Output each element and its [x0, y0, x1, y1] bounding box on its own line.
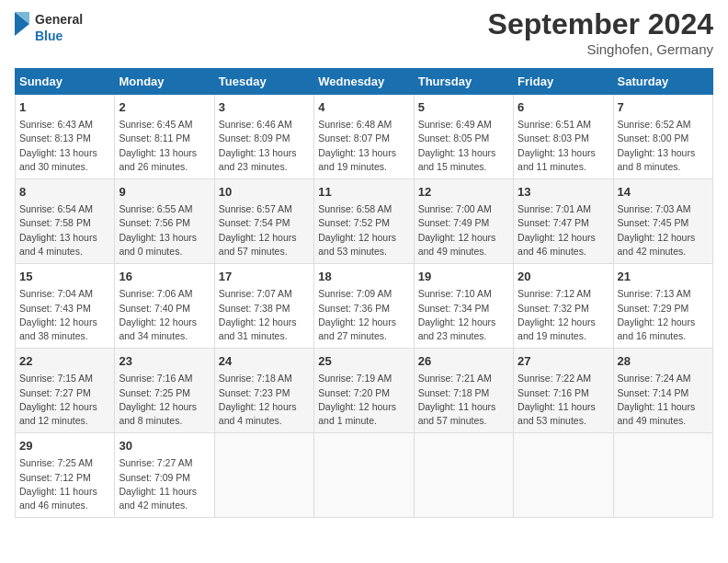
day-number: 30: [119, 438, 210, 454]
calendar-cell: 8Sunrise: 6:54 AM Sunset: 7:58 PM Daylig…: [16, 179, 115, 264]
calendar-cell: 30Sunrise: 7:27 AM Sunset: 7:09 PM Dayli…: [115, 433, 214, 518]
calendar-cell: 1Sunrise: 6:43 AM Sunset: 8:13 PM Daylig…: [16, 95, 115, 179]
header-row: Sunday Monday Tuesday Wednesday Thursday…: [16, 69, 713, 95]
calendar-cell: 24Sunrise: 7:18 AM Sunset: 7:23 PM Dayli…: [214, 349, 313, 433]
calendar-table: Sunday Monday Tuesday Wednesday Thursday…: [15, 68, 713, 518]
day-detail: Sunrise: 7:15 AM Sunset: 7:27 PM Dayligh…: [19, 372, 110, 428]
calendar-cell: 20Sunrise: 7:12 AM Sunset: 7:32 PM Dayli…: [514, 264, 613, 349]
calendar-cell: 11Sunrise: 6:58 AM Sunset: 7:52 PM Dayli…: [314, 179, 414, 264]
calendar-cell: 15Sunrise: 7:04 AM Sunset: 7:43 PM Dayli…: [16, 264, 115, 349]
day-detail: Sunrise: 6:55 AM Sunset: 7:56 PM Dayligh…: [119, 202, 210, 259]
calendar-cell: [414, 433, 513, 518]
day-number: 26: [418, 353, 509, 370]
day-detail: Sunrise: 6:57 AM Sunset: 7:54 PM Dayligh…: [219, 202, 310, 259]
day-number: 29: [19, 438, 110, 454]
day-number: 24: [219, 353, 310, 370]
day-number: 2: [119, 99, 210, 116]
calendar-cell: [314, 433, 414, 518]
col-tuesday: Tuesday: [214, 69, 313, 95]
day-number: 4: [318, 99, 409, 116]
calendar-cell: 18Sunrise: 7:09 AM Sunset: 7:36 PM Dayli…: [314, 264, 414, 349]
day-detail: Sunrise: 7:22 AM Sunset: 7:16 PM Dayligh…: [518, 372, 609, 428]
day-number: 25: [318, 353, 409, 370]
day-detail: Sunrise: 7:06 AM Sunset: 7:40 PM Dayligh…: [119, 287, 210, 343]
calendar-cell: 2Sunrise: 6:45 AM Sunset: 8:11 PM Daylig…: [115, 95, 214, 179]
title-block: September 2024 Singhofen, Germany: [488, 7, 713, 57]
col-thursday: Thursday: [414, 69, 513, 95]
day-number: 7: [618, 99, 709, 116]
day-number: 14: [618, 184, 709, 201]
calendar-cell: 12Sunrise: 7:00 AM Sunset: 7:49 PM Dayli…: [414, 179, 513, 264]
calendar-cell: 13Sunrise: 7:01 AM Sunset: 7:47 PM Dayli…: [514, 179, 613, 264]
day-number: 23: [119, 353, 210, 370]
day-number: 1: [19, 99, 110, 116]
logo-svg: General Blue: [15, 7, 88, 49]
calendar-cell: 19Sunrise: 7:10 AM Sunset: 7:34 PM Dayli…: [414, 264, 513, 349]
day-number: 5: [418, 99, 509, 116]
day-detail: Sunrise: 6:46 AM Sunset: 8:09 PM Dayligh…: [219, 118, 310, 174]
calendar-cell: 14Sunrise: 7:03 AM Sunset: 7:45 PM Dayli…: [613, 179, 712, 264]
col-sunday: Sunday: [16, 69, 115, 95]
day-detail: Sunrise: 7:27 AM Sunset: 7:09 PM Dayligh…: [119, 456, 210, 512]
calendar-cell: 21Sunrise: 7:13 AM Sunset: 7:29 PM Dayli…: [613, 264, 712, 349]
day-number: 9: [119, 184, 210, 201]
calendar-week-row: 8Sunrise: 6:54 AM Sunset: 7:58 PM Daylig…: [16, 179, 713, 264]
day-detail: Sunrise: 7:25 AM Sunset: 7:12 PM Dayligh…: [19, 456, 110, 512]
calendar-cell: 6Sunrise: 6:51 AM Sunset: 8:03 PM Daylig…: [514, 95, 613, 179]
day-number: 13: [518, 184, 609, 201]
day-detail: Sunrise: 6:51 AM Sunset: 8:03 PM Dayligh…: [518, 118, 609, 174]
svg-text:General: General: [35, 12, 83, 27]
day-number: 17: [219, 269, 310, 285]
calendar-cell: [214, 433, 313, 518]
calendar-week-row: 22Sunrise: 7:15 AM Sunset: 7:27 PM Dayli…: [16, 349, 713, 433]
calendar-cell: 17Sunrise: 7:07 AM Sunset: 7:38 PM Dayli…: [214, 264, 313, 349]
day-number: 27: [518, 353, 609, 370]
day-number: 19: [418, 269, 509, 285]
calendar-cell: 4Sunrise: 6:48 AM Sunset: 8:07 PM Daylig…: [314, 95, 414, 179]
day-detail: Sunrise: 7:12 AM Sunset: 7:32 PM Dayligh…: [518, 287, 609, 343]
col-saturday: Saturday: [613, 69, 712, 95]
logo-block: General Blue: [15, 7, 88, 52]
calendar-cell: 27Sunrise: 7:22 AM Sunset: 7:16 PM Dayli…: [514, 349, 613, 433]
calendar-cell: 3Sunrise: 6:46 AM Sunset: 8:09 PM Daylig…: [214, 95, 313, 179]
day-number: 16: [119, 269, 210, 285]
day-number: 8: [19, 184, 110, 201]
day-detail: Sunrise: 6:58 AM Sunset: 7:52 PM Dayligh…: [318, 202, 409, 259]
calendar-cell: 22Sunrise: 7:15 AM Sunset: 7:27 PM Dayli…: [16, 349, 115, 433]
day-detail: Sunrise: 7:07 AM Sunset: 7:38 PM Dayligh…: [219, 287, 310, 343]
day-number: 15: [19, 269, 110, 285]
calendar-cell: [514, 433, 613, 518]
calendar-cell: 5Sunrise: 6:49 AM Sunset: 8:05 PM Daylig…: [414, 95, 513, 179]
day-number: 6: [518, 99, 609, 116]
day-detail: Sunrise: 6:48 AM Sunset: 8:07 PM Dayligh…: [318, 118, 409, 174]
day-number: 3: [219, 99, 310, 116]
calendar-cell: 16Sunrise: 7:06 AM Sunset: 7:40 PM Dayli…: [115, 264, 214, 349]
calendar-cell: 10Sunrise: 6:57 AM Sunset: 7:54 PM Dayli…: [214, 179, 313, 264]
day-number: 12: [418, 184, 509, 201]
day-detail: Sunrise: 7:01 AM Sunset: 7:47 PM Dayligh…: [518, 202, 609, 259]
page-header: General Blue September 2024 Singhofen, G…: [15, 7, 713, 57]
day-detail: Sunrise: 7:24 AM Sunset: 7:14 PM Dayligh…: [618, 372, 709, 428]
calendar-week-row: 29Sunrise: 7:25 AM Sunset: 7:12 PM Dayli…: [16, 433, 713, 518]
calendar-week-row: 1Sunrise: 6:43 AM Sunset: 8:13 PM Daylig…: [16, 95, 713, 179]
col-wednesday: Wednesday: [314, 69, 414, 95]
day-number: 10: [219, 184, 310, 201]
day-number: 20: [518, 269, 609, 285]
day-number: 11: [318, 184, 409, 201]
calendar-cell: [613, 433, 712, 518]
day-number: 22: [19, 353, 110, 370]
day-detail: Sunrise: 7:16 AM Sunset: 7:25 PM Dayligh…: [119, 372, 210, 428]
col-friday: Friday: [514, 69, 613, 95]
calendar-week-row: 15Sunrise: 7:04 AM Sunset: 7:43 PM Dayli…: [16, 264, 713, 349]
month-year-title: September 2024: [488, 7, 713, 41]
day-number: 21: [618, 269, 709, 285]
calendar-cell: 26Sunrise: 7:21 AM Sunset: 7:18 PM Dayli…: [414, 349, 513, 433]
day-number: 18: [318, 269, 409, 285]
calendar-cell: 28Sunrise: 7:24 AM Sunset: 7:14 PM Dayli…: [613, 349, 712, 433]
day-detail: Sunrise: 7:13 AM Sunset: 7:29 PM Dayligh…: [618, 287, 709, 343]
calendar-cell: 29Sunrise: 7:25 AM Sunset: 7:12 PM Dayli…: [16, 433, 115, 518]
day-detail: Sunrise: 7:10 AM Sunset: 7:34 PM Dayligh…: [418, 287, 509, 343]
day-detail: Sunrise: 6:43 AM Sunset: 8:13 PM Dayligh…: [19, 118, 110, 174]
col-monday: Monday: [115, 69, 214, 95]
svg-text:Blue: Blue: [35, 29, 63, 43]
